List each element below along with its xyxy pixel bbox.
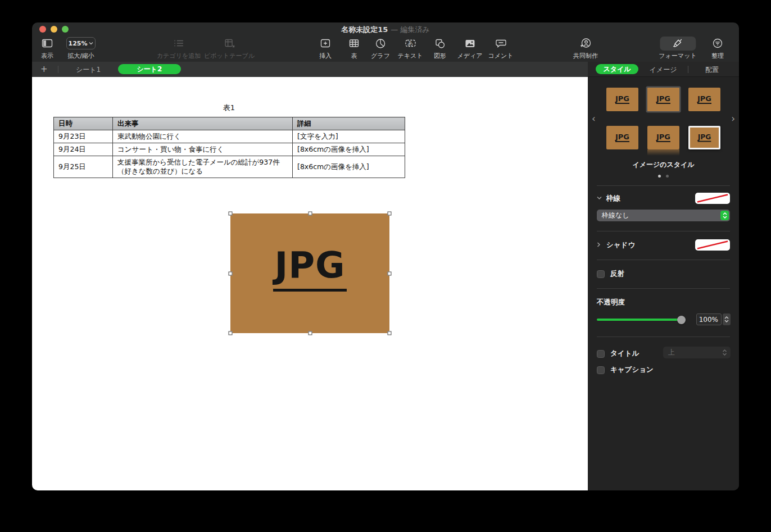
text-box-icon: あ — [404, 36, 416, 51]
zoom-control[interactable]: 125% 拡大/縮小 — [66, 36, 96, 60]
sheet-tab-bar: + シート1 シート2 — [32, 62, 588, 77]
sheet-tab-1[interactable]: シート1 — [72, 65, 104, 75]
selected-image[interactable]: JPG — [230, 213, 389, 333]
table-cell[interactable]: [文字を入力] — [293, 130, 405, 143]
tab-image[interactable]: イメージ — [646, 65, 680, 75]
header-cell[interactable]: 日時 — [54, 117, 113, 130]
inspector-tabs: スタイル イメージ 配置 — [588, 62, 739, 77]
title-checkbox[interactable] — [597, 350, 605, 358]
table-cell[interactable]: [8x6cmの画像を挿入] — [293, 156, 405, 178]
toolbar: 表示 125% 拡大/縮小 カテゴリを追加 ピボットテーブル — [32, 35, 739, 62]
carousel-prev-arrow[interactable]: ‹ — [592, 114, 596, 124]
page-dot-active[interactable] — [658, 175, 661, 178]
add-category-button: カテゴリを追加 — [157, 36, 201, 60]
resize-handle-s[interactable] — [308, 331, 312, 335]
border-style-dropdown[interactable]: 枠線なし — [597, 210, 730, 221]
image-style-thumb-6[interactable]: JPG — [688, 126, 720, 149]
format-button[interactable]: フォーマット — [659, 36, 696, 60]
border-color-well[interactable] — [695, 193, 730, 204]
table-row: 9月23日 東武動物公園に行く [文字を入力] — [54, 130, 405, 143]
collaborate-button[interactable]: 共同制作 — [573, 36, 598, 60]
carousel-next-arrow[interactable]: › — [731, 114, 735, 124]
format-active-highlight — [660, 37, 696, 51]
carousel-page-dots[interactable] — [588, 175, 739, 178]
image-style-thumb-3[interactable]: JPG — [688, 88, 720, 111]
organize-button[interactable]: 整理 — [711, 36, 724, 60]
opacity-slider-thumb[interactable] — [677, 316, 686, 324]
insert-icon — [320, 36, 331, 51]
resize-handle-n[interactable] — [308, 212, 312, 216]
chevron-right-icon[interactable] — [597, 242, 602, 248]
table-header-row: 日時 出来事 詳細 — [54, 117, 405, 130]
opacity-label-row: 不透明度 — [588, 298, 739, 307]
minimize-button[interactable] — [51, 26, 57, 33]
resize-handle-se[interactable] — [388, 331, 392, 335]
title-option-row: タイトル 上 — [588, 349, 739, 358]
header-cell[interactable]: 出来事 — [113, 117, 293, 130]
resize-handle-nw[interactable] — [229, 212, 233, 216]
insert-button[interactable]: 挿入 — [319, 36, 332, 60]
table-title[interactable]: 表1 — [53, 103, 405, 113]
resize-handle-w[interactable] — [229, 271, 233, 275]
close-button[interactable] — [39, 26, 46, 33]
spreadsheet-canvas[interactable]: 表1 日時 出来事 詳細 9月23日 東武動物公園に行く [文字を入力] 9月2… — [32, 77, 588, 490]
media-button[interactable]: メディア — [457, 36, 482, 60]
table-cell[interactable]: [8x6cmの画像を挿入] — [293, 143, 405, 156]
format-inspector: スタイル イメージ 配置 JPG JPG JPG JPG JPG JPG ‹ — [588, 62, 739, 490]
chart-button[interactable]: グラフ — [371, 36, 390, 60]
data-table[interactable]: 日時 出来事 詳細 9月23日 東武動物公園に行く [文字を入力] 9月24日 … — [53, 117, 405, 178]
image-style-thumb-2[interactable]: JPG — [647, 88, 679, 111]
jpg-placeholder-image[interactable]: JPG — [230, 213, 389, 333]
opacity-slider-row: 100% — [588, 313, 739, 326]
table-cell[interactable]: コンサート・買い物・食事に行く — [113, 143, 293, 156]
reflection-checkbox[interactable] — [597, 270, 605, 278]
image-style-thumb-5[interactable]: JPG — [647, 126, 679, 149]
divider — [597, 260, 730, 260]
opacity-stepper[interactable] — [723, 313, 731, 325]
traffic-lights — [39, 26, 69, 33]
divider — [597, 288, 730, 289]
titlebar: 名称未設定15 — 編集済み — [32, 22, 739, 35]
table-icon — [348, 36, 360, 51]
shape-button[interactable]: 図形 — [434, 36, 446, 60]
opacity-slider-track[interactable] — [597, 319, 682, 321]
no-color-slash-icon — [695, 193, 730, 204]
sheet-tab-2-active[interactable]: シート2 — [118, 64, 181, 74]
divider — [597, 231, 730, 231]
table-cell[interactable]: 東武動物公園に行く — [113, 130, 293, 143]
comment-button[interactable]: コメント — [488, 36, 513, 60]
table-button[interactable]: 表 — [348, 36, 360, 60]
stepper-icon[interactable] — [720, 211, 729, 220]
add-sheet-button[interactable]: + — [40, 63, 48, 75]
resize-handle-ne[interactable] — [388, 212, 392, 216]
tab-style-active[interactable]: スタイル — [596, 64, 638, 74]
chevron-down-icon[interactable] — [597, 195, 602, 201]
jpg-label: JPG — [273, 247, 346, 292]
resize-handle-e[interactable] — [388, 271, 392, 275]
header-cell[interactable]: 詳細 — [293, 117, 405, 130]
numbers-window: 名称未設定15 — 編集済み 表示 125% 拡大/縮小 カテゴリ — [32, 22, 739, 490]
page-dot[interactable] — [666, 175, 669, 178]
image-styles-caption: イメージのスタイル — [588, 160, 739, 170]
image-style-thumb-1[interactable]: JPG — [606, 88, 638, 111]
opacity-value-field[interactable]: 100% — [696, 313, 722, 325]
collaborate-icon — [580, 36, 592, 51]
table-cell[interactable]: 9月23日 — [54, 130, 113, 143]
image-style-carousel: JPG JPG JPG JPG JPG JPG ‹ › — [588, 77, 739, 149]
resize-handle-sw[interactable] — [229, 331, 233, 335]
image-style-thumb-4[interactable]: JPG — [606, 126, 638, 149]
zoom-dropdown[interactable]: 125% — [66, 37, 96, 49]
category-list-icon — [173, 36, 184, 51]
text-button[interactable]: あ テキスト — [397, 36, 423, 60]
table-cell[interactable]: 9月25日 — [54, 156, 113, 178]
table-cell[interactable]: 支援事業所から受信した電子メールの総計が937件（好きな数の並び）になる — [113, 156, 293, 178]
view-button[interactable]: 表示 — [41, 36, 53, 60]
shadow-color-well[interactable] — [695, 239, 730, 251]
caption-checkbox[interactable] — [597, 366, 605, 374]
fullscreen-button[interactable] — [62, 26, 69, 33]
no-color-slash-icon — [695, 239, 730, 251]
tab-arrange[interactable]: 配置 — [698, 65, 726, 75]
chevron-down-icon — [89, 42, 93, 45]
pivot-table-icon — [224, 36, 235, 51]
table-cell[interactable]: 9月24日 — [54, 143, 113, 156]
